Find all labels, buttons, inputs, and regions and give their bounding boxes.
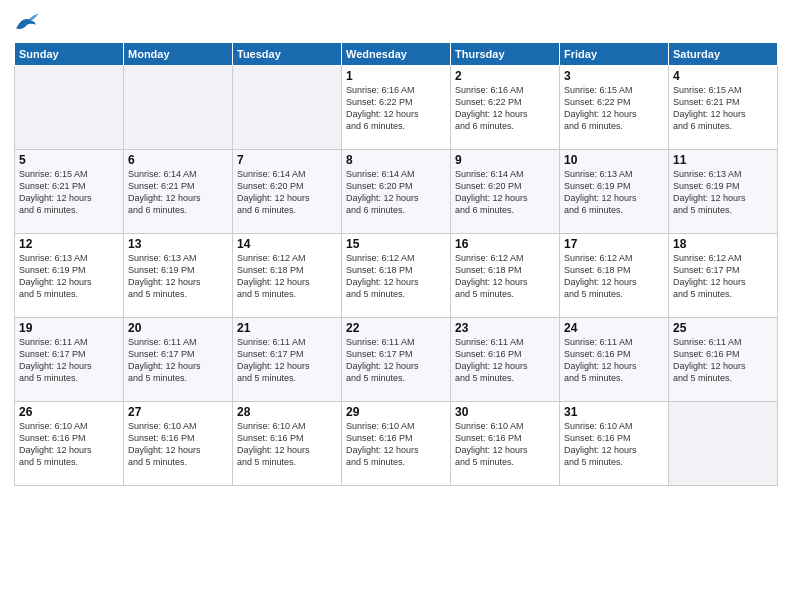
day-info: Sunrise: 6:11 AMSunset: 6:17 PMDaylight:… (346, 336, 446, 385)
weekday-header-friday: Friday (560, 43, 669, 66)
day-info: Sunrise: 6:10 AMSunset: 6:16 PMDaylight:… (564, 420, 664, 469)
calendar-cell: 15Sunrise: 6:12 AMSunset: 6:18 PMDayligh… (342, 234, 451, 318)
calendar-cell: 18Sunrise: 6:12 AMSunset: 6:17 PMDayligh… (669, 234, 778, 318)
day-number: 16 (455, 237, 555, 251)
day-info: Sunrise: 6:12 AMSunset: 6:18 PMDaylight:… (346, 252, 446, 301)
day-info: Sunrise: 6:12 AMSunset: 6:18 PMDaylight:… (564, 252, 664, 301)
day-number: 18 (673, 237, 773, 251)
weekday-header-saturday: Saturday (669, 43, 778, 66)
calendar-cell: 12Sunrise: 6:13 AMSunset: 6:19 PMDayligh… (15, 234, 124, 318)
calendar-cell: 21Sunrise: 6:11 AMSunset: 6:17 PMDayligh… (233, 318, 342, 402)
day-info: Sunrise: 6:12 AMSunset: 6:17 PMDaylight:… (673, 252, 773, 301)
day-number: 15 (346, 237, 446, 251)
weekday-header-thursday: Thursday (451, 43, 560, 66)
day-number: 19 (19, 321, 119, 335)
day-number: 10 (564, 153, 664, 167)
week-row-2: 5Sunrise: 6:15 AMSunset: 6:21 PMDaylight… (15, 150, 778, 234)
day-number: 22 (346, 321, 446, 335)
day-info: Sunrise: 6:14 AMSunset: 6:20 PMDaylight:… (346, 168, 446, 217)
calendar-cell: 5Sunrise: 6:15 AMSunset: 6:21 PMDaylight… (15, 150, 124, 234)
calendar-cell: 6Sunrise: 6:14 AMSunset: 6:21 PMDaylight… (124, 150, 233, 234)
calendar-cell: 30Sunrise: 6:10 AMSunset: 6:16 PMDayligh… (451, 402, 560, 486)
calendar-cell: 27Sunrise: 6:10 AMSunset: 6:16 PMDayligh… (124, 402, 233, 486)
day-number: 30 (455, 405, 555, 419)
day-number: 5 (19, 153, 119, 167)
calendar-cell: 25Sunrise: 6:11 AMSunset: 6:16 PMDayligh… (669, 318, 778, 402)
day-number: 2 (455, 69, 555, 83)
day-number: 29 (346, 405, 446, 419)
day-info: Sunrise: 6:14 AMSunset: 6:21 PMDaylight:… (128, 168, 228, 217)
week-row-5: 26Sunrise: 6:10 AMSunset: 6:16 PMDayligh… (15, 402, 778, 486)
day-number: 14 (237, 237, 337, 251)
calendar-cell: 11Sunrise: 6:13 AMSunset: 6:19 PMDayligh… (669, 150, 778, 234)
day-number: 25 (673, 321, 773, 335)
calendar-cell: 10Sunrise: 6:13 AMSunset: 6:19 PMDayligh… (560, 150, 669, 234)
day-number: 23 (455, 321, 555, 335)
calendar-cell: 26Sunrise: 6:10 AMSunset: 6:16 PMDayligh… (15, 402, 124, 486)
weekday-header-tuesday: Tuesday (233, 43, 342, 66)
day-info: Sunrise: 6:11 AMSunset: 6:16 PMDaylight:… (455, 336, 555, 385)
calendar-cell (233, 66, 342, 150)
weekday-header-wednesday: Wednesday (342, 43, 451, 66)
calendar-cell (669, 402, 778, 486)
day-number: 26 (19, 405, 119, 419)
day-info: Sunrise: 6:13 AMSunset: 6:19 PMDaylight:… (564, 168, 664, 217)
weekday-header-sunday: Sunday (15, 43, 124, 66)
calendar-cell: 8Sunrise: 6:14 AMSunset: 6:20 PMDaylight… (342, 150, 451, 234)
day-info: Sunrise: 6:11 AMSunset: 6:17 PMDaylight:… (128, 336, 228, 385)
day-info: Sunrise: 6:10 AMSunset: 6:16 PMDaylight:… (346, 420, 446, 469)
day-info: Sunrise: 6:16 AMSunset: 6:22 PMDaylight:… (455, 84, 555, 133)
day-number: 6 (128, 153, 228, 167)
calendar-cell: 22Sunrise: 6:11 AMSunset: 6:17 PMDayligh… (342, 318, 451, 402)
day-info: Sunrise: 6:14 AMSunset: 6:20 PMDaylight:… (237, 168, 337, 217)
page-container: SundayMondayTuesdayWednesdayThursdayFrid… (0, 0, 792, 612)
calendar-cell: 9Sunrise: 6:14 AMSunset: 6:20 PMDaylight… (451, 150, 560, 234)
calendar-cell: 4Sunrise: 6:15 AMSunset: 6:21 PMDaylight… (669, 66, 778, 150)
day-info: Sunrise: 6:10 AMSunset: 6:16 PMDaylight:… (19, 420, 119, 469)
day-number: 27 (128, 405, 228, 419)
day-number: 28 (237, 405, 337, 419)
day-info: Sunrise: 6:12 AMSunset: 6:18 PMDaylight:… (237, 252, 337, 301)
day-info: Sunrise: 6:11 AMSunset: 6:16 PMDaylight:… (673, 336, 773, 385)
calendar-cell (15, 66, 124, 150)
day-number: 11 (673, 153, 773, 167)
calendar-cell: 13Sunrise: 6:13 AMSunset: 6:19 PMDayligh… (124, 234, 233, 318)
day-number: 13 (128, 237, 228, 251)
week-row-4: 19Sunrise: 6:11 AMSunset: 6:17 PMDayligh… (15, 318, 778, 402)
day-info: Sunrise: 6:11 AMSunset: 6:17 PMDaylight:… (237, 336, 337, 385)
calendar-cell (124, 66, 233, 150)
calendar-header-row: SundayMondayTuesdayWednesdayThursdayFrid… (15, 43, 778, 66)
day-number: 1 (346, 69, 446, 83)
day-info: Sunrise: 6:13 AMSunset: 6:19 PMDaylight:… (673, 168, 773, 217)
week-row-3: 12Sunrise: 6:13 AMSunset: 6:19 PMDayligh… (15, 234, 778, 318)
day-info: Sunrise: 6:15 AMSunset: 6:21 PMDaylight:… (19, 168, 119, 217)
logo (14, 10, 46, 34)
day-info: Sunrise: 6:13 AMSunset: 6:19 PMDaylight:… (19, 252, 119, 301)
day-number: 7 (237, 153, 337, 167)
weekday-header-monday: Monday (124, 43, 233, 66)
calendar-cell: 28Sunrise: 6:10 AMSunset: 6:16 PMDayligh… (233, 402, 342, 486)
day-info: Sunrise: 6:15 AMSunset: 6:21 PMDaylight:… (673, 84, 773, 133)
calendar-cell: 19Sunrise: 6:11 AMSunset: 6:17 PMDayligh… (15, 318, 124, 402)
calendar-cell: 29Sunrise: 6:10 AMSunset: 6:16 PMDayligh… (342, 402, 451, 486)
day-info: Sunrise: 6:11 AMSunset: 6:16 PMDaylight:… (564, 336, 664, 385)
day-info: Sunrise: 6:12 AMSunset: 6:18 PMDaylight:… (455, 252, 555, 301)
day-number: 4 (673, 69, 773, 83)
calendar-cell: 2Sunrise: 6:16 AMSunset: 6:22 PMDaylight… (451, 66, 560, 150)
day-number: 17 (564, 237, 664, 251)
calendar-cell: 16Sunrise: 6:12 AMSunset: 6:18 PMDayligh… (451, 234, 560, 318)
calendar-cell: 7Sunrise: 6:14 AMSunset: 6:20 PMDaylight… (233, 150, 342, 234)
day-info: Sunrise: 6:13 AMSunset: 6:19 PMDaylight:… (128, 252, 228, 301)
calendar-table: SundayMondayTuesdayWednesdayThursdayFrid… (14, 42, 778, 486)
day-info: Sunrise: 6:10 AMSunset: 6:16 PMDaylight:… (455, 420, 555, 469)
day-info: Sunrise: 6:10 AMSunset: 6:16 PMDaylight:… (128, 420, 228, 469)
day-number: 9 (455, 153, 555, 167)
calendar-cell: 14Sunrise: 6:12 AMSunset: 6:18 PMDayligh… (233, 234, 342, 318)
day-number: 20 (128, 321, 228, 335)
calendar-cell: 31Sunrise: 6:10 AMSunset: 6:16 PMDayligh… (560, 402, 669, 486)
day-info: Sunrise: 6:16 AMSunset: 6:22 PMDaylight:… (346, 84, 446, 133)
day-number: 21 (237, 321, 337, 335)
day-number: 12 (19, 237, 119, 251)
day-number: 24 (564, 321, 664, 335)
day-number: 8 (346, 153, 446, 167)
